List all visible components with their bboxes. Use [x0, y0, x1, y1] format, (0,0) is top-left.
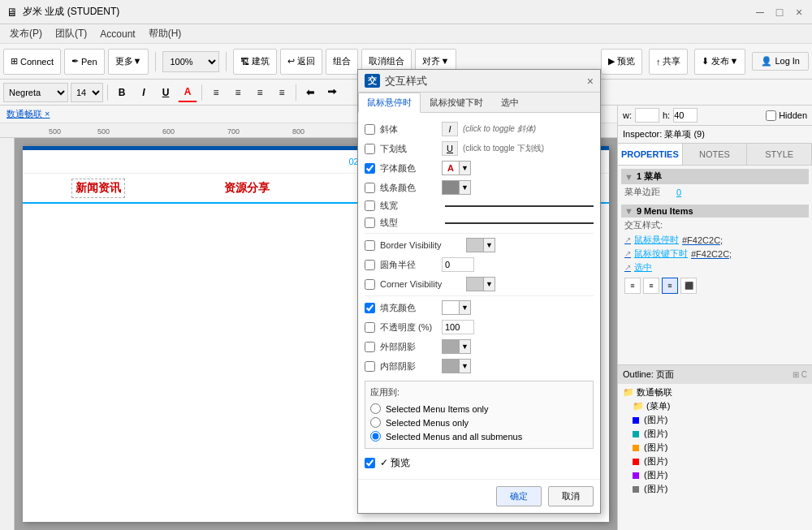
font-color-dropdown[interactable]: ▼: [460, 161, 471, 175]
font-color-checkbox[interactable]: [365, 163, 375, 174]
justify-button[interactable]: ≡: [272, 83, 292, 102]
italic-button[interactable]: I: [134, 83, 153, 102]
inner-shadow-dropdown[interactable]: ▼: [460, 359, 471, 373]
title-bar-icon: 🖥: [6, 6, 18, 19]
outline-item-img4[interactable]: (图片): [620, 455, 810, 468]
indent-dec-button[interactable]: ⬅: [300, 83, 320, 102]
font-family-select[interactable]: Negreta: [3, 83, 68, 102]
group-button[interactable]: 组合: [326, 49, 358, 75]
corner-vis-swatch[interactable]: [466, 277, 484, 291]
bold-button[interactable]: B: [112, 83, 132, 102]
opacity-input[interactable]: [442, 320, 474, 334]
menu-publish[interactable]: 发布(P): [3, 25, 49, 42]
underline-toggle-btn[interactable]: U: [442, 141, 458, 156]
back-button[interactable]: ↩ 返回: [280, 49, 322, 75]
cancel-button[interactable]: 取消: [548, 486, 594, 506]
h-input[interactable]: [673, 108, 698, 123]
w-input[interactable]: [635, 108, 659, 123]
align-right-icon[interactable]: ≡: [662, 278, 678, 294]
interaction-mousedown[interactable]: ↗ 鼠标按键下时 #F42C2C;: [621, 247, 809, 261]
border-vis-dropdown[interactable]: ▼: [484, 238, 495, 252]
outer-shadow-swatch[interactable]: [442, 339, 460, 354]
line-color-swatch[interactable]: [442, 180, 460, 195]
outer-shadow-dropdown[interactable]: ▼: [460, 339, 471, 354]
fill-color-checkbox[interactable]: [365, 303, 375, 313]
outline-item-menu[interactable]: 📁 (菜单): [620, 399, 810, 413]
menu-account[interactable]: Account: [93, 27, 141, 41]
nav-item-resources[interactable]: 资源分享: [224, 181, 270, 196]
share-button[interactable]: ↑ 共享: [649, 49, 689, 75]
build-icon: 🏗: [240, 57, 249, 67]
connect-button[interactable]: ⊞ Connect: [3, 49, 61, 75]
hidden-checkbox[interactable]: [766, 110, 776, 121]
border-vis-checkbox[interactable]: [365, 240, 375, 251]
corner-vis-checkbox[interactable]: [365, 279, 375, 290]
align-left-button[interactable]: ≡: [206, 83, 226, 102]
publish-button[interactable]: ⬇ 发布▼: [694, 49, 745, 75]
align-justify-icon[interactable]: ⬛: [680, 278, 697, 294]
dialog-close-button[interactable]: ×: [587, 75, 594, 88]
line-style-checkbox[interactable]: [365, 218, 375, 228]
opacity-checkbox[interactable]: [365, 322, 375, 333]
outer-shadow-checkbox[interactable]: [365, 342, 375, 352]
breadcrumb[interactable]: 数通畅联 ×: [6, 108, 50, 120]
dialog-tab-mousedown[interactable]: 鼠标按键下时: [421, 93, 492, 113]
outline-item-img5[interactable]: (图片): [620, 468, 810, 482]
outline-item-img3[interactable]: (图片): [620, 441, 810, 455]
zoom-select[interactable]: 100% 75% 150%: [162, 51, 219, 72]
align-left-icon[interactable]: ≡: [624, 278, 641, 294]
font-color-button[interactable]: A: [178, 83, 197, 102]
line-width-checkbox[interactable]: [365, 200, 375, 211]
align-right-button[interactable]: ≡: [250, 83, 270, 102]
tab-properties[interactable]: PROPERTIES: [618, 144, 683, 165]
corner-radius-input[interactable]: [442, 257, 474, 272]
inner-shadow-swatch[interactable]: [442, 359, 460, 373]
line-color-checkbox[interactable]: [365, 183, 375, 193]
fill-color-dropdown[interactable]: ▼: [460, 300, 471, 315]
italic-checkbox[interactable]: [365, 124, 375, 135]
interaction-hover[interactable]: ↗ 鼠标悬停时 #F42C2C;: [621, 233, 809, 247]
outline-filter-icon[interactable]: ⊞ C: [793, 370, 807, 379]
outline-item-img6[interactable]: (图片): [620, 482, 810, 496]
corner-vis-dropdown[interactable]: ▼: [484, 277, 495, 291]
corner-radius-checkbox[interactable]: [365, 260, 375, 270]
build-button[interactable]: 🏗 建筑: [233, 49, 277, 75]
minimize-button[interactable]: ─: [754, 6, 767, 19]
outline-item-img1[interactable]: (图片): [620, 413, 810, 427]
align-center-button[interactable]: ≡: [228, 83, 248, 102]
close-button[interactable]: ×: [793, 6, 806, 19]
apply-radio-3[interactable]: [370, 431, 381, 442]
tab-style[interactable]: STYLE: [747, 144, 812, 165]
apply-radio-2[interactable]: [370, 417, 381, 428]
font-color-swatch[interactable]: A: [442, 161, 460, 175]
underline-checkbox[interactable]: [365, 144, 375, 154]
outline-item-root[interactable]: 📁 数通畅联: [620, 386, 810, 399]
tab-notes[interactable]: NOTES: [683, 144, 748, 165]
dialog-tab-selected[interactable]: 选中: [492, 93, 528, 113]
underline-button[interactable]: U: [156, 83, 175, 102]
dialog-tab-hover[interactable]: 鼠标悬停时: [358, 93, 421, 113]
pen-button[interactable]: ✒ Pen: [64, 49, 105, 75]
align-center-icon[interactable]: ≡: [643, 278, 659, 294]
outline-item-img2[interactable]: (图片): [620, 427, 810, 441]
italic-toggle-btn[interactable]: I: [442, 122, 458, 136]
inner-shadow-checkbox[interactable]: [365, 361, 375, 372]
preview-checkbox[interactable]: [365, 458, 375, 468]
interaction-selected[interactable]: ↗ 选中: [621, 261, 809, 274]
line-color-dropdown[interactable]: ▼: [460, 180, 471, 195]
border-vis-swatch[interactable]: [466, 238, 484, 252]
separator-1: [365, 233, 594, 234]
fill-color-swatch[interactable]: [442, 300, 460, 315]
more-button[interactable]: 更多▼: [108, 49, 149, 75]
ok-button[interactable]: 确定: [496, 486, 542, 506]
ruler-tick-800: 700: [227, 127, 240, 136]
preview-button[interactable]: ▶ 预览: [601, 49, 642, 75]
menu-team[interactable]: 团队(T): [49, 25, 93, 42]
apply-radio-1[interactable]: [370, 403, 381, 414]
font-size-select[interactable]: 14: [71, 83, 103, 102]
maximize-button[interactable]: □: [773, 6, 786, 19]
indent-inc-button[interactable]: ⮕: [322, 83, 342, 102]
menu-help[interactable]: 帮助(H): [142, 25, 188, 42]
nav-item-news[interactable]: 新闻资讯: [72, 179, 124, 197]
login-button[interactable]: 👤 Log In: [752, 52, 809, 71]
